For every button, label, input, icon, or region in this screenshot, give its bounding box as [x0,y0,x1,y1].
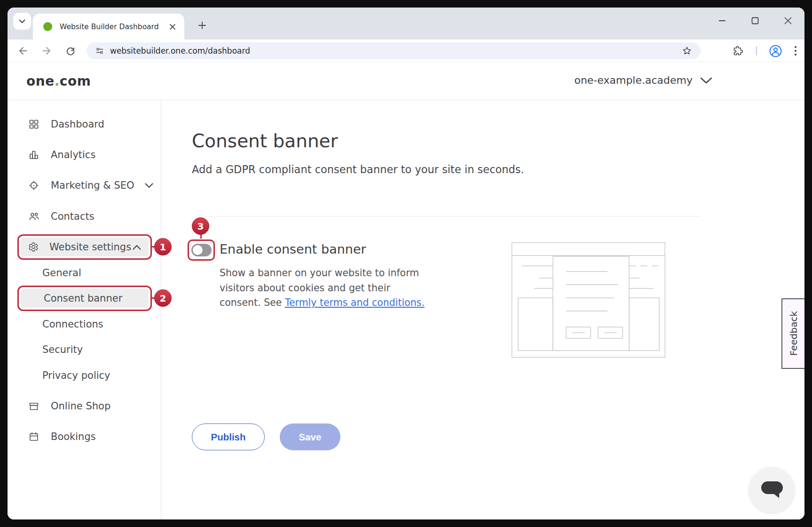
tab-close-icon[interactable] [167,22,178,32]
annotation-badge-3: 3 [192,217,209,235]
app-header: one.com one-example.academy [8,62,804,100]
sidebar-item-consent-banner[interactable]: Consent banner [21,289,149,308]
tab-favicon [43,22,52,31]
sidebar-item-label: Consent banner [44,293,122,304]
window-controls [716,12,794,29]
feedback-tab[interactable]: Feedback [781,298,804,369]
sidebar-item-privacy-policy[interactable]: Privacy policy [42,365,110,386]
sidebar-item-label: Security [42,344,83,355]
consent-banner-illustration [512,242,665,358]
analytics-icon [28,149,39,160]
dashboard-icon [28,119,39,130]
toggle-knob [193,245,203,255]
sidebar-item-bookings[interactable]: Bookings [28,426,96,447]
setting-label: Enable consent banner [220,242,366,256]
desc-line-3: consent. See Termly terms and conditions… [220,295,425,311]
back-icon[interactable] [17,45,28,56]
reload-icon[interactable] [65,45,76,56]
one-com-logo: one.com [26,73,91,89]
toolbar-right-cluster [733,42,797,59]
desc-line-2: visitors about cookies and get their [220,281,425,296]
sidebar-item-label: Bookings [51,431,96,442]
publish-button[interactable]: Publish [192,423,265,450]
save-button[interactable]: Save [280,423,340,450]
sidebar-item-contacts[interactable]: Contacts [28,206,95,227]
sidebar-item-label: Online Shop [51,400,110,412]
main-content: Consent banner Add a GDPR compliant cons… [161,100,804,519]
browser-toolbar: websitebuilder.one.com/dashboard [8,40,804,62]
chevron-up-icon [133,245,141,250]
domain-name: one-example.academy [574,74,693,86]
sidebar-item-analytics[interactable]: Analytics [28,144,95,166]
profile-icon[interactable] [769,45,782,57]
chevron-down-icon [700,77,712,84]
annotation-badge-2: 2 [154,289,172,307]
close-window-icon[interactable] [782,15,794,27]
logo-text-com: com [60,73,91,89]
domain-selector[interactable]: one-example.academy [574,74,712,86]
page-subtitle: Add a GDPR compliant consent banner to y… [192,163,524,176]
logo-text-one: one [26,73,55,89]
sidebar-item-label: General [42,267,81,279]
gear-icon [28,241,39,253]
sidebar-item-label: Privacy policy [42,370,110,381]
setting-description: Show a banner on your website to inform … [220,266,425,311]
sidebar-item-security[interactable]: Security [42,339,83,360]
annotation-connector-3 [200,234,202,239]
enable-consent-toggle[interactable] [191,244,212,256]
url-text[interactable]: websitebuilder.one.com/dashboard [110,46,250,56]
chevron-down-icon [19,19,25,24]
bookmark-star-icon[interactable] [682,46,692,56]
sidebar-item-online-shop[interactable]: Online Shop [28,395,110,417]
feedback-label: Feedback [788,311,799,356]
target-icon [28,180,39,191]
storefront-icon [28,400,39,412]
section-divider [192,216,701,216]
chevron-down-icon [145,183,153,188]
calendar-icon [28,431,39,442]
address-bar[interactable]: websitebuilder.one.com/dashboard [87,42,701,59]
app-body: Dashboard Analytics Marketing & SEO [8,100,804,519]
sidebar-item-label: Dashboard [51,119,104,130]
sidebar: Dashboard Analytics Marketing & SEO [8,100,161,519]
sidebar-item-dashboard[interactable]: Dashboard [28,113,104,135]
sidebar-item-label: Contacts [51,211,95,222]
chat-bubble-icon [761,481,783,499]
annotation-box-1: Website settings [17,234,152,260]
toolbar-separator [756,46,757,56]
tab-strip: Website Builder Dashboard [8,8,804,40]
browser-window: Website Builder Dashboard [8,8,804,519]
tab-search-button[interactable] [13,13,31,30]
sidebar-item-label: Analytics [51,149,95,160]
site-settings-icon[interactable] [95,46,104,56]
sidebar-item-connections[interactable]: Connections [42,313,103,335]
chat-launcher-button[interactable] [749,467,795,513]
sidebar-item-marketing-seo[interactable]: Marketing & SEO [28,175,153,196]
people-icon [28,211,39,222]
minimize-icon[interactable] [716,15,728,27]
new-tab-button[interactable] [195,18,210,33]
tab-title: Website Builder Dashboard [60,23,167,31]
extensions-icon[interactable] [733,45,744,56]
forward-icon[interactable] [41,45,53,56]
sidebar-item-website-settings[interactable]: Website settings [21,238,149,256]
maximize-icon[interactable] [749,15,761,27]
annotation-badge-1: 1 [154,238,172,256]
annotation-box-2: Consent banner [17,286,152,311]
annotation-box-3 [188,240,215,261]
browser-tab[interactable]: Website Builder Dashboard [33,14,184,40]
sidebar-item-label: Connections [42,319,103,330]
page-title: Consent banner [192,130,338,152]
desc-line-3-prefix: consent. See [220,297,285,308]
sidebar-item-label: Website settings [49,241,131,253]
menu-dots-icon[interactable] [794,46,797,56]
logo-green-dot: . [55,73,60,89]
termly-terms-link[interactable]: Termly terms and conditions. [285,297,425,308]
sidebar-item-general[interactable]: General [42,262,81,284]
sidebar-item-label: Marketing & SEO [51,180,134,191]
desc-line-1: Show a banner on your website to inform [220,266,425,281]
